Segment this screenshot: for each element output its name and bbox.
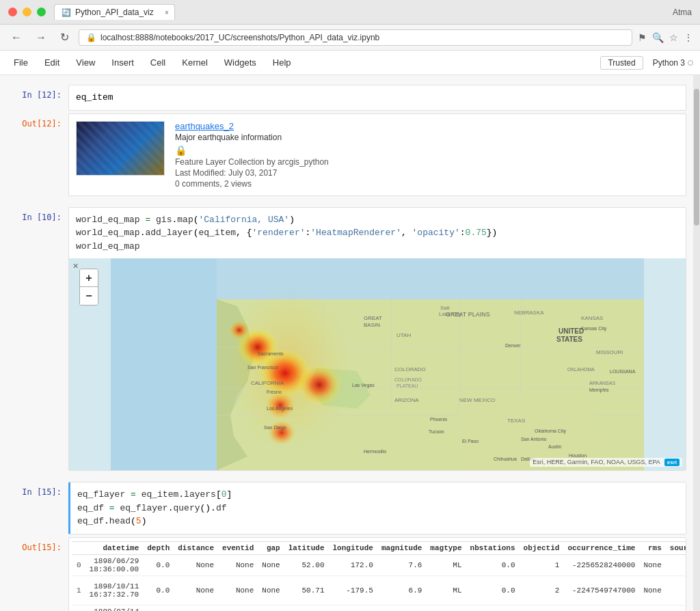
svg-text:Hermosillo: Hermosillo xyxy=(364,449,386,454)
col-header-magtype: magtype xyxy=(426,541,466,554)
forward-button[interactable]: → xyxy=(31,30,51,45)
map-svg: GREAT PLAINS GREAT BASIN UNITED STATES U… xyxy=(69,258,686,470)
cell-row0-longitude: 172.0 xyxy=(329,554,377,575)
cell-3-out-prompt: Out[15]: xyxy=(14,537,68,612)
cell-row2-rms: None xyxy=(639,605,665,611)
cell-1-output-row: Out[12]: earthquakes_2 Major earthquake … xyxy=(14,113,686,196)
refresh-button[interactable]: ↻ xyxy=(56,29,73,45)
cell-1-output-content: earthquakes_2 Major earthquake informati… xyxy=(68,113,686,196)
cell-3-output-content: datetime depth distance eventid gap lati… xyxy=(68,537,686,612)
url-bar[interactable]: 🔒 localhost:8888/notebooks/2017_UC/scree… xyxy=(79,29,632,46)
bookmark-icon[interactable]: ☆ xyxy=(669,32,678,43)
cell-2-input[interactable]: world_eq_map = gis.map('California, USA'… xyxy=(69,208,686,259)
item-card: earthquakes_2 Major earthquake informati… xyxy=(69,114,686,195)
zoom-in-button[interactable]: + xyxy=(80,269,98,287)
addressbar: ← → ↻ 🔒 localhost:8888/notebooks/2017_UC… xyxy=(0,25,700,51)
cell-3-input[interactable]: eq_flayer = eq_item.layers[0] eq_df = eq… xyxy=(70,483,686,534)
minimize-window-button[interactable] xyxy=(23,8,31,16)
esri-logo: esri xyxy=(664,459,679,466)
svg-text:PLATEAU: PLATEAU xyxy=(396,383,418,388)
svg-text:BASIN: BASIN xyxy=(364,322,380,328)
titlebar-user: Atma xyxy=(673,8,692,17)
cell-row0-latitude: 52.00 xyxy=(284,554,329,575)
cell-row2-latitude: 60.00 xyxy=(284,605,329,611)
tab-favicon: 🔄 xyxy=(62,8,71,17)
tab-close-button[interactable]: × xyxy=(165,9,169,16)
svg-point-12 xyxy=(297,364,341,405)
map-zoom-controls: + − xyxy=(79,269,98,306)
cell-row0-nbstations: 0.0 xyxy=(466,554,520,575)
item-title[interactable]: earthquakes_2 xyxy=(175,121,679,131)
map-close-button[interactable]: ✕ xyxy=(72,262,79,271)
jupyter-menubar: File Edit View Insert Cell Kernel Widget… xyxy=(0,51,700,75)
menu-icon[interactable]: ⋮ xyxy=(684,32,693,43)
cell-row1-rms: None xyxy=(639,575,665,605)
svg-text:Houston: Houston xyxy=(569,453,587,458)
cell-row0-datetime: 1898/06/2918:36:00.00 xyxy=(85,554,144,575)
cell-1-code: eq_item xyxy=(76,92,113,103)
bookmark-list-icon[interactable]: ⚑ xyxy=(638,32,647,43)
cell-1-input[interactable]: eq_item xyxy=(69,85,686,110)
svg-text:OKLAHOMA: OKLAHOMA xyxy=(567,367,595,372)
svg-text:NEW MEXICO: NEW MEXICO xyxy=(459,397,495,403)
dataframe-table: datetime depth distance eventid gap lati… xyxy=(72,541,686,612)
cell-row1-gap: None xyxy=(258,575,284,605)
cell-row0-objectid: 1 xyxy=(520,554,564,575)
table-row: 0 1898/06/2918:36:00.00 0.0 None None No… xyxy=(72,554,686,575)
menu-kernel[interactable]: Kernel xyxy=(175,55,215,70)
menu-file[interactable]: File xyxy=(7,55,35,70)
svg-text:CALIFORNIA: CALIFORNIA xyxy=(251,380,284,386)
close-window-button[interactable] xyxy=(8,8,17,16)
cell-row0-depth: 0.0 xyxy=(143,554,174,575)
menu-insert[interactable]: Insert xyxy=(105,55,141,70)
svg-text:Denver: Denver xyxy=(505,343,521,348)
cell-3-in-prompt: In [15]: xyxy=(14,482,68,534)
svg-text:San Antonio: San Antonio xyxy=(521,437,547,442)
tab-label: Python_API_data_viz xyxy=(75,8,154,17)
col-header-depth: depth xyxy=(143,541,174,554)
menu-help[interactable]: Help xyxy=(266,55,298,70)
menu-edit[interactable]: Edit xyxy=(38,55,66,70)
titlebar: 🔄 Python_API_data_viz × Atma xyxy=(0,0,700,25)
zoom-out-button[interactable]: − xyxy=(80,287,98,305)
cell-row2-idx: 2 xyxy=(72,605,85,611)
search-icon[interactable]: 🔍 xyxy=(652,32,664,43)
cell-2-code-line1: world_eq_map = gis.map('California, USA'… xyxy=(76,213,679,227)
col-header-distance: distance xyxy=(174,541,218,554)
item-desc: Major earthquake information xyxy=(175,133,679,142)
menu-widgets[interactable]: Widgets xyxy=(217,55,263,70)
svg-text:KANSAS: KANSAS xyxy=(581,315,603,321)
scrollbar-thumb[interactable] xyxy=(694,89,699,226)
cell-row0-rms: None xyxy=(639,554,665,575)
address-bar-icons: ⚑ 🔍 ☆ ⋮ xyxy=(638,32,693,43)
svg-text:San Francisco: San Francisco xyxy=(247,365,278,370)
col-header-datetime: datetime xyxy=(85,541,144,554)
col-header-objectid: objectid xyxy=(520,541,564,554)
cell-row1-distance: None xyxy=(174,575,218,605)
scrollbar[interactable] xyxy=(693,75,700,611)
cell-1-content: eq_item xyxy=(68,85,686,111)
table-row: 1 1898/10/1116:37:32.70 0.0 None None No… xyxy=(72,575,686,605)
cell-3: In [15]: eq_flayer = eq_item.layers[0] e… xyxy=(14,482,686,534)
svg-text:NEBRASKA: NEBRASKA xyxy=(514,310,544,316)
svg-text:ARKANSAS: ARKANSAS xyxy=(589,381,615,385)
browser-tab[interactable]: 🔄 Python_API_data_viz × xyxy=(54,4,175,20)
col-header-nbstations: nbstations xyxy=(466,541,520,554)
svg-text:Chihuahua: Chihuahua xyxy=(494,457,517,461)
cell-row1-longitude: -179.5 xyxy=(329,575,377,605)
svg-text:COLORADO: COLORADO xyxy=(394,366,426,372)
url-text: localhost:8888/notebooks/2017_UC/screens… xyxy=(100,33,379,42)
menu-cell[interactable]: Cell xyxy=(144,55,172,70)
cell-row1-objectid: 2 xyxy=(520,575,564,605)
menu-view[interactable]: View xyxy=(69,55,102,70)
cell-row1-magnitude: 6.9 xyxy=(377,575,426,605)
col-header-index xyxy=(72,541,85,554)
maximize-window-button[interactable] xyxy=(37,8,46,16)
item-info: earthquakes_2 Major earthquake informati… xyxy=(175,121,679,189)
svg-text:El Paso: El Paso xyxy=(462,439,479,444)
cell-row1-nbstations: 0.0 xyxy=(466,575,520,605)
svg-text:Los Angeles: Los Angeles xyxy=(267,406,293,411)
svg-text:UNITED: UNITED xyxy=(558,327,584,335)
item-status-icon: 🔒 xyxy=(175,145,679,156)
back-button[interactable]: ← xyxy=(7,30,26,45)
